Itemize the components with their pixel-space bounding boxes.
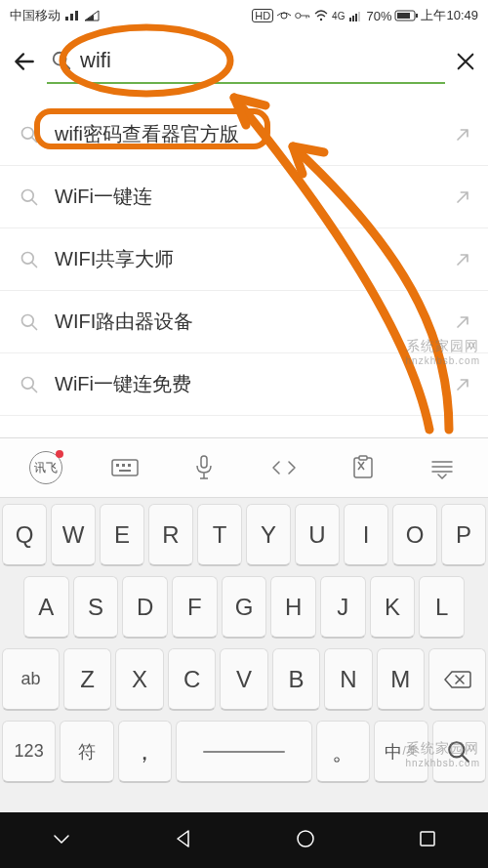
search-input[interactable]: wifi xyxy=(80,48,441,73)
voice-input-button[interactable] xyxy=(184,448,224,487)
search-icon xyxy=(20,125,39,145)
suggestion-label: WIFI共享大师 xyxy=(55,246,437,272)
svg-rect-23 xyxy=(128,464,131,467)
key-r[interactable]: R xyxy=(148,504,193,566)
fill-arrow-icon[interactable] xyxy=(453,250,472,269)
svg-point-4 xyxy=(296,13,301,18)
key-k[interactable]: K xyxy=(370,576,416,639)
fill-arrow-icon[interactable] xyxy=(453,375,472,394)
android-nav-bar xyxy=(0,812,488,868)
triangle-back-icon xyxy=(172,827,195,850)
svg-rect-22 xyxy=(122,464,125,467)
search-icon xyxy=(20,375,39,394)
key-m[interactable]: M xyxy=(377,648,425,711)
nav-back[interactable] xyxy=(172,827,195,854)
key-p[interactable]: P xyxy=(441,504,486,566)
chevron-down-icon xyxy=(50,827,73,850)
fill-arrow-icon[interactable] xyxy=(453,187,472,207)
nav-recent[interactable] xyxy=(416,827,439,854)
soft-keyboard: Q W E R T Y U I O P A S D F G H J K L ab… xyxy=(0,498,488,812)
key-c[interactable]: C xyxy=(168,648,216,711)
keyboard-row-4: 123 符 ， 。 中/英 xyxy=(2,721,486,783)
clipboard-icon xyxy=(350,454,376,481)
square-recent-icon xyxy=(416,827,439,850)
key-x[interactable]: X xyxy=(115,648,163,711)
collapse-icon xyxy=(428,456,456,479)
nav-home[interactable] xyxy=(294,827,317,854)
key-case-toggle[interactable]: ab xyxy=(2,648,60,711)
key-n[interactable]: N xyxy=(324,648,372,711)
key-g[interactable]: G xyxy=(222,576,267,639)
code-button[interactable] xyxy=(264,448,304,487)
status-right: HD 4G 70% 上午10:49 xyxy=(252,7,478,24)
wifi-icon xyxy=(313,10,329,21)
time-label: 上午10:49 xyxy=(421,7,478,24)
eye-icon xyxy=(276,10,292,21)
key-j[interactable]: J xyxy=(320,576,366,639)
clear-icon[interactable] xyxy=(455,51,476,72)
key-e[interactable]: E xyxy=(100,504,144,566)
ime-logo-icon: 讯飞 xyxy=(29,451,62,484)
search-box[interactable]: wifi xyxy=(47,39,445,84)
svg-point-29 xyxy=(298,831,313,847)
svg-rect-25 xyxy=(201,456,207,468)
back-icon[interactable] xyxy=(12,49,37,74)
ime-toolbar: 讯飞 xyxy=(0,437,488,498)
hd-badge: HD xyxy=(252,9,273,22)
ime-logo-button[interactable]: 讯飞 xyxy=(26,448,65,487)
key-q[interactable]: Q xyxy=(2,504,47,566)
suggestion-row[interactable]: WIFI共享大师 xyxy=(0,228,488,291)
network-label: 4G xyxy=(332,11,345,21)
clipboard-button[interactable] xyxy=(344,448,383,487)
notification-dot-icon xyxy=(56,450,63,458)
keyboard-layout-button[interactable] xyxy=(105,448,144,487)
key-u[interactable]: U xyxy=(295,504,340,566)
suggestion-row[interactable]: WiFi一键连 xyxy=(0,166,488,228)
suggestion-label: WiFi一键连 xyxy=(55,184,437,210)
key-123[interactable]: 123 xyxy=(2,721,56,783)
nav-hide-keyboard[interactable] xyxy=(50,827,73,854)
suggestion-row[interactable]: WIFI路由器设备 xyxy=(0,291,488,353)
key-backspace[interactable] xyxy=(428,648,486,711)
collapse-keyboard-button[interactable] xyxy=(423,448,462,487)
svg-rect-0 xyxy=(65,17,68,21)
svg-rect-30 xyxy=(421,832,434,846)
fill-arrow-icon[interactable] xyxy=(453,312,472,332)
key-i[interactable]: I xyxy=(344,504,388,566)
key-t[interactable]: T xyxy=(197,504,242,566)
key-v[interactable]: V xyxy=(220,648,267,711)
fill-arrow-icon[interactable] xyxy=(453,125,472,145)
key-f[interactable]: F xyxy=(172,576,218,639)
key-icon xyxy=(295,10,310,21)
key-symbols[interactable]: 符 xyxy=(60,721,113,783)
key-b[interactable]: B xyxy=(272,648,320,711)
suggestion-row[interactable]: WiFi一键连免费 xyxy=(0,353,488,416)
battery-pct: 70% xyxy=(366,9,391,23)
key-language-toggle[interactable]: 中/英 xyxy=(374,721,427,783)
key-o[interactable]: O xyxy=(392,504,437,566)
key-h[interactable]: H xyxy=(270,576,316,639)
microphone-icon xyxy=(192,453,216,482)
key-z[interactable]: Z xyxy=(63,648,111,711)
cell-signal-icon xyxy=(347,10,363,21)
search-icon xyxy=(446,739,471,765)
key-w[interactable]: W xyxy=(51,504,96,566)
suggestion-row[interactable]: wifi密码查看器官方版 xyxy=(0,103,488,166)
key-s[interactable]: S xyxy=(73,576,119,639)
suggestion-label: WIFI路由器设备 xyxy=(55,309,437,335)
key-a[interactable]: A xyxy=(23,576,69,639)
circle-home-icon xyxy=(294,827,317,850)
svg-rect-12 xyxy=(397,13,410,19)
key-search[interactable] xyxy=(432,721,486,783)
keyboard-row-2: A S D F G H J K L xyxy=(2,576,486,639)
key-y[interactable]: Y xyxy=(246,504,291,566)
key-l[interactable]: L xyxy=(419,576,465,639)
key-period[interactable]: 。 xyxy=(316,721,370,783)
space-bar-icon xyxy=(203,751,284,753)
key-space[interactable] xyxy=(176,721,312,783)
key-comma[interactable]: ， xyxy=(118,721,172,783)
key-d[interactable]: D xyxy=(122,576,168,639)
suggestion-label: WiFi一键连免费 xyxy=(55,371,437,397)
keyboard-row-3: ab Z X C V B N M xyxy=(2,648,486,711)
signal-icon xyxy=(84,10,100,21)
